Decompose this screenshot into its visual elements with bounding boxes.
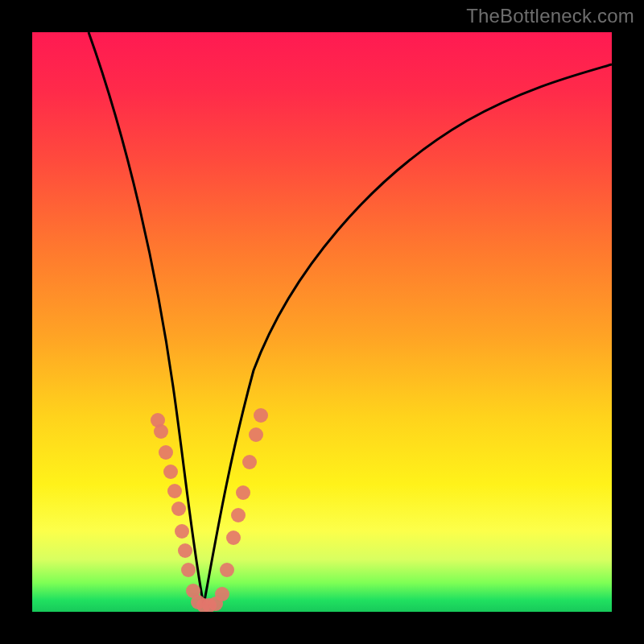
marker-dot <box>254 408 268 423</box>
marker-dot <box>249 427 263 442</box>
watermark-text: TheBottleneck.com <box>466 5 634 27</box>
marker-dot <box>181 563 196 577</box>
plot-area <box>32 32 612 612</box>
marker-dot <box>220 563 234 577</box>
curve-right-branch <box>204 64 612 605</box>
marker-dot <box>236 485 250 500</box>
marker-dot <box>215 587 229 601</box>
marker-dot <box>159 445 173 460</box>
marker-dot <box>154 424 168 439</box>
marker-dot <box>226 530 241 545</box>
marker-dot <box>171 502 186 516</box>
marker-dot <box>163 464 178 479</box>
bottleneck-curve <box>32 32 612 612</box>
marker-dot <box>178 543 192 558</box>
chart-frame: TheBottleneck.com <box>0 0 644 644</box>
curve-left-branch <box>89 32 204 605</box>
marker-dot <box>167 484 182 498</box>
markers-group <box>151 408 268 612</box>
marker-dot <box>175 524 189 539</box>
marker-dot <box>231 508 246 522</box>
marker-dot <box>242 455 257 469</box>
